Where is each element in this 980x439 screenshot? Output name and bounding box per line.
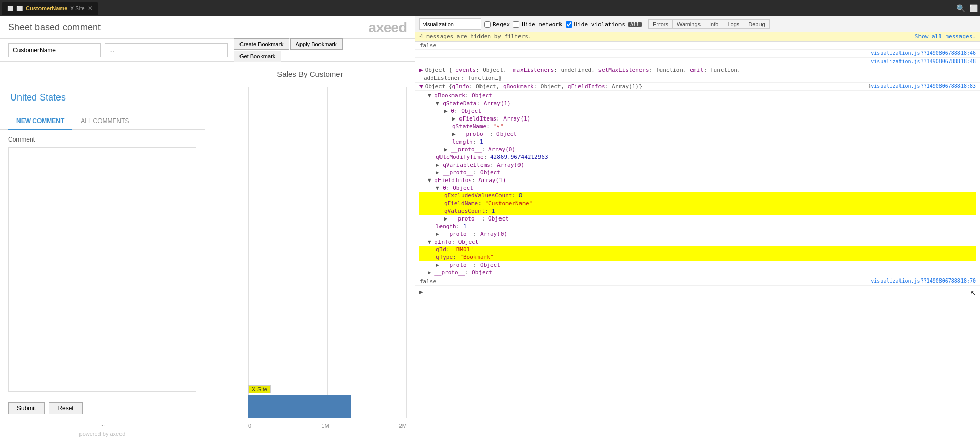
axeed-logo: axeed <box>369 19 407 36</box>
tree-qstatename: qStateName: "$" <box>419 123 976 130</box>
chart-panel: Sales By Customer X- <box>205 62 415 439</box>
tree-proto-3: ▶ __proto__: Object <box>419 215 976 223</box>
filter-tab-errors[interactable]: Errors <box>648 19 673 29</box>
tab-bar: ⬜ ⬜ CustomerName X-Site ✕ 🔍 ⬜ <box>0 0 980 16</box>
tab-icon-select2: ⬜ <box>16 6 23 11</box>
fullscreen-icon[interactable]: ⬜ <box>969 4 978 12</box>
log-value-object: Object {_events: Object, _maxListeners: … <box>425 67 976 73</box>
content-area: United States NEW COMMENT ALL COMMENTS C… <box>0 62 415 439</box>
object-toggle[interactable]: ▶ <box>419 67 423 73</box>
tree-0-object: ▶ 0: Object <box>419 107 976 115</box>
qvariableitems-toggle[interactable]: ▶ <box>436 162 443 168</box>
tree-qexcludedvaluescount: qExcludedValuesCount: 0 <box>419 192 976 199</box>
log-link-48[interactable]: visualization.js??1490806788818:48 <box>871 58 976 64</box>
tab-all-comments[interactable]: ALL COMMENTS <box>72 113 137 130</box>
tree-qvariableitems: ▶ qVariableItems: Array(0) <box>419 161 976 169</box>
regex-checkbox-group[interactable]: Regex <box>484 21 510 28</box>
main-object-toggle[interactable]: ▼ <box>419 83 423 90</box>
devtools-log[interactable]: false visualization.js??1490806788818:46… <box>415 42 980 439</box>
qfieldinfos-toggle[interactable]: ▼ <box>428 177 434 184</box>
qbookmark-toggle[interactable]: ▼ <box>428 92 434 99</box>
filter-tabs: Errors Warnings Info Logs Debug <box>649 19 770 29</box>
left-header: Sheet based comment axeed <box>0 16 415 39</box>
comment-label: Comment <box>8 136 196 143</box>
tab-customer-name[interactable]: ⬜ ⬜ CustomerName X-Site ✕ <box>2 2 98 15</box>
log-entry-object: ▶ Object {_events: Object, _maxListeners… <box>415 66 980 74</box>
log-value-false-1: false <box>419 42 976 49</box>
regex-checkbox[interactable] <box>484 21 491 28</box>
comment-buttons: Submit Reset <box>0 398 205 418</box>
qinfo-toggle[interactable]: ▼ <box>428 238 434 245</box>
proto-4-toggle[interactable]: ▶ <box>436 262 443 268</box>
log-link-83[interactable]: visualization.js??1490806788818:83 <box>871 83 976 89</box>
log-entry-main-object: ▼ Object {qInfo: Object, qBookmark: Obje… <box>415 83 980 91</box>
dots-input[interactable] <box>105 43 228 57</box>
console-input[interactable] <box>425 289 967 295</box>
bar-tooltip: X-Site <box>248 386 271 393</box>
qfielditems-toggle[interactable]: ▶ <box>452 115 459 122</box>
proto-obj-2-toggle[interactable]: ▶ <box>436 169 443 176</box>
log-link-46[interactable]: visualization.js??1490806788818:46 <box>871 50 976 56</box>
get-bookmark-button[interactable]: Get Bookmark <box>234 51 281 62</box>
qstatedata-toggle[interactable]: ▼ <box>436 100 443 107</box>
tree-proto-array-2: ▶ __proto__: Array(0) <box>419 230 976 238</box>
hide-network-checkbox-group[interactable]: Hide network <box>513 21 562 28</box>
proto-1-toggle[interactable]: ▶ <box>452 131 459 137</box>
hide-network-checkbox[interactable] <box>513 21 519 28</box>
log-value-false-bottom: false <box>419 278 871 285</box>
tree-qinfo: ▼ qInfo: Object <box>419 238 976 246</box>
tree-qfielditems: ▶ qFieldItems: Array(1) <box>419 115 976 123</box>
log-link-70[interactable]: visualization.js??1490806788818:70 <box>871 278 976 284</box>
fieldinfo-0-toggle[interactable]: ▼ <box>436 185 443 191</box>
tree-fieldinfo-0: ▼ 0: Object <box>419 184 976 192</box>
devtools-filter-input[interactable] <box>419 18 481 30</box>
tree-proto-4: ▶ __proto__: Object <box>419 261 976 269</box>
comment-more: ... <box>0 418 205 429</box>
cursor-prompt: ▶ <box>419 289 423 295</box>
proto-3-toggle[interactable]: ▶ <box>444 215 451 222</box>
toolbar-row: Create Bookmark Apply Bookmark Get Bookm… <box>0 39 415 62</box>
0-object-toggle[interactable]: ▶ <box>444 108 451 114</box>
proto-array-2-toggle[interactable]: ▶ <box>436 231 443 237</box>
tab-new-comment[interactable]: NEW COMMENT <box>8 113 72 130</box>
comment-tabs: NEW COMMENT ALL COMMENTS <box>0 113 205 130</box>
tab-name: CustomerName <box>26 5 67 11</box>
filter-badge[interactable]: All <box>628 22 642 27</box>
arrow-cursor-icon: ↖ <box>970 287 976 297</box>
filter-tab-warnings[interactable]: Warnings <box>672 19 705 29</box>
filter-tab-info[interactable]: Info <box>705 19 723 29</box>
apply-bookmark-button[interactable]: Apply Bookmark <box>290 38 343 50</box>
hide-violations-checkbox[interactable] <box>566 21 572 28</box>
show-all-messages-link[interactable]: Show all messages. <box>915 33 976 40</box>
tree-qvaluescount: qValuesCount: 1 <box>419 207 976 215</box>
submit-button[interactable]: Submit <box>8 402 45 414</box>
devtools-panel: Regex Hide network Hide violations All E… <box>415 16 980 439</box>
create-bookmark-button[interactable]: Create Bookmark <box>234 38 289 50</box>
tree-proto-1: ▶ __proto__: Object <box>419 130 976 138</box>
log-entry-false-1: false <box>415 42 980 50</box>
devtools-filter-bar: Regex Hide network Hide violations All E… <box>415 16 980 32</box>
tree-length-2: length: 1 <box>419 223 976 230</box>
tree-proto-obj-2: ▶ __proto__: Object <box>419 169 976 176</box>
log-entry-link-48: visualization.js??1490806788818:48 <box>415 58 980 66</box>
tab-close-icon[interactable]: ✕ <box>88 5 93 12</box>
search-icon[interactable]: 🔍 <box>956 4 965 12</box>
customer-name-input[interactable] <box>8 43 101 57</box>
log-entry-addlistener: addListener: function…} <box>415 74 980 83</box>
log-value-addlistener: addListener: function…} <box>424 75 976 82</box>
chart-area: X-Site 0 1M 2M <box>213 87 407 431</box>
tree-qid: qId: "BM01" <box>419 246 976 253</box>
hide-network-label: Hide network <box>522 21 562 28</box>
cursor-row: ▶ ↖ <box>415 286 980 298</box>
filter-tab-debug[interactable]: Debug <box>744 19 769 29</box>
reset-button[interactable]: Reset <box>49 402 82 414</box>
axis-label-2m: 2M <box>399 423 407 429</box>
tree-qfieldname: qFieldName: "CustomerName" <box>419 199 976 207</box>
filter-tab-logs[interactable]: Logs <box>723 19 744 29</box>
proto-array-toggle[interactable]: ▶ <box>444 146 451 153</box>
proto-5-toggle[interactable]: ▶ <box>428 269 434 276</box>
hide-violations-checkbox-group[interactable]: Hide violations <box>566 21 625 28</box>
chart-title: Sales By Customer <box>213 70 407 78</box>
sheet-comment-title: Sheet based comment <box>8 22 101 33</box>
comment-textarea[interactable] <box>8 147 196 392</box>
